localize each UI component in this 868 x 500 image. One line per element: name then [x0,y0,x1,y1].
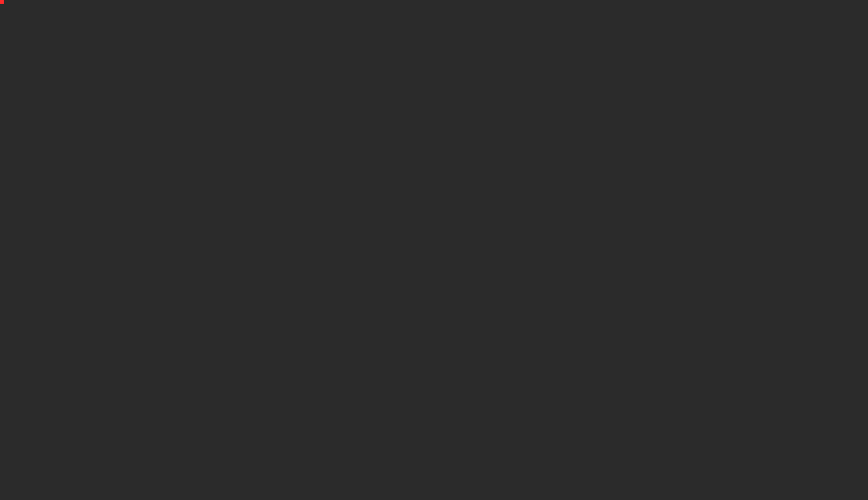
highlight-box [0,0,4,4]
